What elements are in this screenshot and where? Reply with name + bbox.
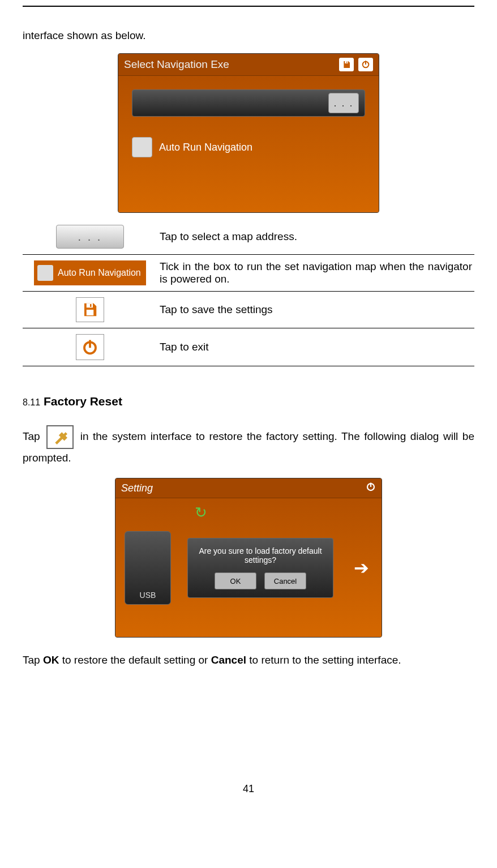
browse-icon: . . . bbox=[56, 225, 124, 249]
legend-desc-power: Tap to exit bbox=[157, 328, 474, 366]
svg-rect-1 bbox=[346, 62, 347, 63]
intro-text: interface shown as below. bbox=[23, 29, 474, 42]
power-icon bbox=[76, 334, 104, 360]
legend-desc-autorun: Tick in the box to run the set navigatio… bbox=[157, 255, 474, 292]
section-heading: 8.11 Factory Reset bbox=[23, 395, 474, 408]
auto-run-navigation-icon: Auto Run Navigation bbox=[34, 260, 146, 285]
usb-tile[interactable]: USB bbox=[125, 531, 171, 605]
select-navigation-screenshot: Select Navigation Exe . . . Auto Run Nav… bbox=[118, 53, 379, 213]
svg-rect-5 bbox=[90, 304, 92, 307]
navigation-path-input[interactable] bbox=[138, 96, 328, 110]
svg-rect-4 bbox=[87, 303, 93, 308]
legend-desc-save: Tap to save the settings bbox=[157, 292, 474, 328]
path-input-row: . . . bbox=[132, 89, 365, 117]
svg-rect-6 bbox=[87, 310, 94, 315]
factory-reset-icon bbox=[46, 425, 74, 449]
factory-reset-paragraph: Tap in the system interface to restore t… bbox=[23, 425, 474, 467]
save-icon bbox=[76, 297, 104, 322]
dialog-text: Are you sure to load factory default set… bbox=[195, 546, 326, 565]
browse-button[interactable]: . . . bbox=[328, 93, 359, 113]
factory-reset-screenshot: Setting ↻ USB Are you sure to load facto… bbox=[115, 478, 382, 638]
next-arrow-icon[interactable]: ➔ bbox=[350, 557, 372, 579]
auto-run-checkbox[interactable] bbox=[132, 137, 152, 157]
screenshot1-title: Select Navigation Exe bbox=[124, 58, 335, 71]
auto-run-label: Auto Run Navigation bbox=[159, 142, 252, 153]
closing-paragraph: Tap OK to restore the default setting or… bbox=[23, 651, 474, 669]
page-number: 41 bbox=[23, 783, 474, 806]
confirm-dialog: Are you sure to load factory default set… bbox=[187, 538, 333, 598]
ok-button[interactable]: OK bbox=[215, 572, 256, 589]
screenshot2-title: Setting bbox=[121, 482, 153, 494]
icon-legend-table: . . . Tap to select a map address. Auto … bbox=[23, 219, 474, 366]
save-icon[interactable] bbox=[339, 58, 354, 71]
refresh-icon: ↻ bbox=[195, 504, 207, 521]
cancel-button[interactable]: Cancel bbox=[264, 572, 306, 589]
power-icon[interactable] bbox=[366, 482, 376, 495]
legend-desc-browse: Tap to select a map address. bbox=[157, 219, 474, 255]
power-icon[interactable] bbox=[358, 58, 373, 71]
